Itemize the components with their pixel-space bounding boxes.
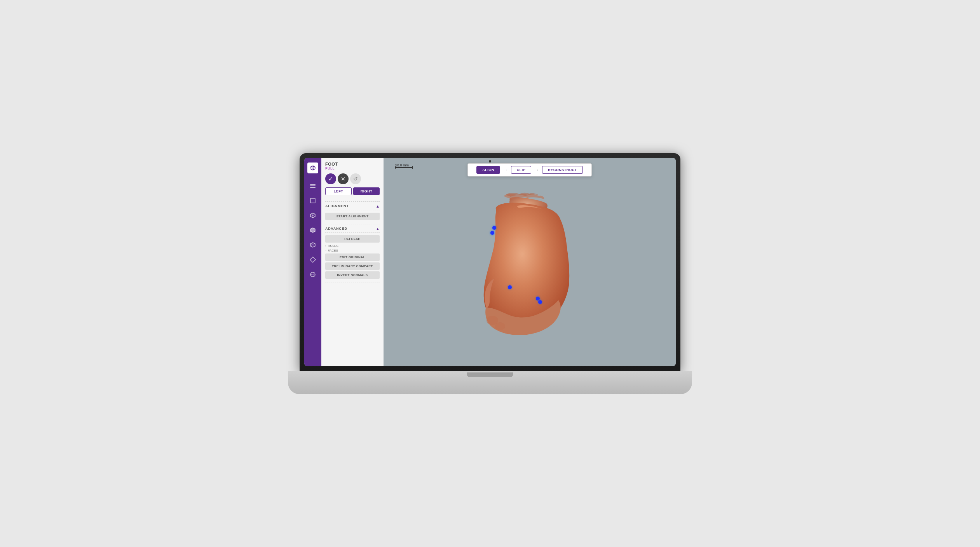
svg-rect-2 — [310, 187, 316, 188]
alignment-toggle[interactable]: ▲ — [376, 204, 380, 208]
holes-row[interactable]: › HOLES — [325, 244, 380, 248]
solid-cube-icon[interactable] — [308, 225, 317, 235]
advanced-title: ADVANCED — [325, 227, 347, 231]
edit-original-button[interactable]: EDIT ORIGINAL — [325, 253, 380, 261]
diamond-icon[interactable] — [308, 255, 317, 264]
marker-3 — [508, 285, 512, 289]
align-step[interactable]: ALIGN — [476, 166, 500, 174]
action-buttons: ✓ ✕ ↺ — [325, 173, 380, 184]
marker-5 — [538, 300, 542, 304]
laptop-body: FOOT FULL ✓ ✕ ↺ LEFT RIGHT ALIGNMENT — [300, 153, 680, 371]
laptop-base — [288, 371, 692, 394]
mesh-cube-icon[interactable] — [308, 240, 317, 250]
left-button[interactable]: LEFT — [325, 187, 352, 195]
reset-button[interactable]: ↺ — [350, 173, 361, 184]
foot-model — [463, 192, 611, 348]
right-button[interactable]: RIGHT — [353, 187, 380, 195]
advanced-section-header: ADVANCED ▲ — [325, 227, 380, 233]
sphere-icon[interactable] — [308, 270, 317, 279]
scale-bar: 50.0 mm — [395, 163, 413, 168]
divider-3 — [325, 283, 380, 283]
marker-2 — [490, 231, 494, 235]
preliminary-compare-button[interactable]: PRELIMINARY COMPARE — [325, 262, 380, 270]
app-logo[interactable] — [307, 163, 318, 173]
divider-1 — [325, 201, 380, 202]
cube-wireframe-icon[interactable] — [308, 211, 317, 220]
start-alignment-button[interactable]: START ALIGNMENT — [325, 213, 380, 220]
panel-title: FOOT — [325, 162, 380, 166]
screen-bezel: FOOT FULL ✓ ✕ ↺ LEFT RIGHT ALIGNMENT — [304, 158, 676, 366]
sidebar-icons — [304, 158, 321, 366]
faces-label: FACES — [328, 249, 338, 252]
cancel-button[interactable]: ✕ — [338, 173, 349, 184]
holes-arrow: › — [325, 244, 326, 248]
marker-1 — [492, 226, 496, 230]
camera-dot — [489, 160, 491, 163]
svg-rect-3 — [310, 198, 315, 203]
scale-label: 50.0 mm — [395, 163, 409, 167]
svg-point-8 — [495, 322, 505, 330]
alignment-title: ALIGNMENT — [325, 204, 349, 208]
laptop-hinge — [467, 372, 513, 377]
scale-line — [395, 167, 413, 168]
square-icon[interactable] — [308, 196, 317, 205]
divider-2 — [325, 224, 380, 224]
panel-subtitle: FULL — [325, 166, 380, 170]
alignment-section-header: ALIGNMENT ▲ — [325, 204, 380, 210]
main-viewport[interactable]: 50.0 mm ALIGN → CLIP → RECONSTRUCT — [384, 158, 676, 366]
laptop-container: FOOT FULL ✓ ✕ ↺ LEFT RIGHT ALIGNMENT — [300, 153, 680, 394]
faces-row[interactable]: › FACES — [325, 249, 380, 252]
clip-step[interactable]: CLIP — [511, 166, 532, 174]
side-selector: LEFT RIGHT — [325, 187, 380, 195]
workflow-bar: ALIGN → CLIP → RECONSTRUCT — [467, 163, 592, 177]
reconstruct-step[interactable]: RECONSTRUCT — [542, 166, 583, 174]
arrow-1: → — [503, 167, 508, 173]
refresh-button[interactable]: REFRESH — [325, 235, 380, 243]
svg-rect-0 — [310, 184, 316, 185]
left-panel: FOOT FULL ✓ ✕ ↺ LEFT RIGHT ALIGNMENT — [321, 158, 384, 366]
screen-content: FOOT FULL ✓ ✕ ↺ LEFT RIGHT ALIGNMENT — [304, 158, 676, 366]
svg-rect-1 — [310, 185, 316, 186]
faces-arrow: › — [325, 249, 326, 252]
layers-icon[interactable] — [308, 181, 317, 190]
advanced-toggle[interactable]: ▲ — [376, 227, 380, 231]
marker-4 — [536, 297, 540, 301]
holes-label: HOLES — [328, 244, 338, 248]
arrow-2: → — [534, 167, 539, 173]
confirm-button[interactable]: ✓ — [325, 173, 336, 184]
invert-normals-button[interactable]: INVERT NORMALS — [325, 271, 380, 279]
